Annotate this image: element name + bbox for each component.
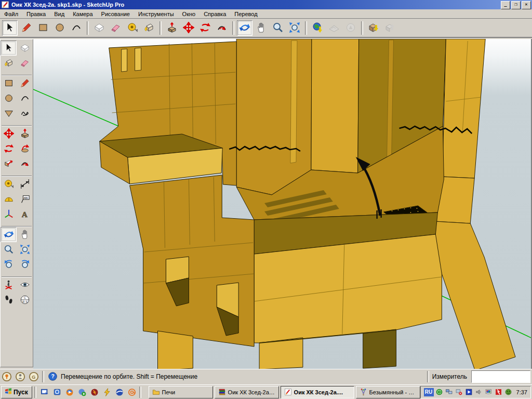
text-tool-button[interactable]: ABC: [17, 192, 33, 207]
tray-av-icon[interactable]: [495, 388, 503, 396]
share-models-tool-button[interactable]: [382, 20, 398, 36]
pan-tool-button[interactable]: [17, 227, 33, 242]
zoom-previous-tool-button[interactable]: [1, 257, 17, 272]
line-icon: [21, 22, 32, 34]
menu-окно[interactable]: Окно: [178, 10, 200, 18]
zoom-next-tool-button[interactable]: [17, 257, 33, 272]
zoom-extents-tool-button[interactable]: [17, 242, 33, 257]
orbit-tool-button[interactable]: [237, 20, 252, 36]
rectangle-tool-button[interactable]: [1, 76, 17, 91]
geo-pin-icon[interactable]: [2, 371, 12, 382]
ql-browser-icon[interactable]: [114, 387, 125, 397]
svg-text:G: G: [32, 374, 35, 379]
taskbar-task-4[interactable]: Безымянный - Paint: [356, 386, 420, 398]
ql-winamp-icon[interactable]: [89, 387, 100, 397]
axes-tool-button[interactable]: [1, 207, 17, 222]
freehand-tool-button[interactable]: [17, 106, 33, 121]
push-pull-tool-button[interactable]: [17, 126, 33, 141]
geo-credit-icon[interactable]: G: [29, 371, 39, 382]
minimize-button[interactable]: _: [501, 1, 510, 9]
restore-button[interactable]: ❐: [511, 1, 521, 9]
taskbar-task-2[interactable]: Оик ХК 3сед-2а. ...: [215, 386, 279, 398]
select-tool-button[interactable]: [2, 20, 18, 36]
select-icon: [4, 43, 14, 54]
menu-вид[interactable]: Вид: [50, 10, 69, 18]
eraser-tool-button[interactable]: [108, 20, 124, 36]
protractor-tool-button[interactable]: [1, 192, 17, 207]
start-button[interactable]: Пуск: [1, 386, 32, 398]
tray-play-icon[interactable]: [465, 388, 473, 396]
line-tool-button[interactable]: [19, 20, 34, 36]
tape-measure-tool-button[interactable]: [125, 20, 140, 36]
push-pull-tool-button[interactable]: [164, 20, 180, 36]
paint-bucket-tool-button[interactable]: [1, 56, 17, 71]
geo-person-icon[interactable]: [15, 371, 25, 382]
paint-bucket-tool-button[interactable]: [141, 20, 157, 36]
rotate-tool-button[interactable]: [1, 141, 17, 156]
pan-tool-button[interactable]: [254, 20, 269, 36]
eraser-icon: [20, 58, 30, 69]
scale-tool-button[interactable]: [1, 156, 17, 171]
language-indicator[interactable]: RU: [424, 388, 434, 396]
eraser-tool-button[interactable]: [17, 56, 33, 71]
walk-tool-button[interactable]: [1, 292, 17, 308]
polygon-tool-button[interactable]: [1, 106, 17, 121]
measurements-input[interactable]: [471, 370, 530, 383]
tray-net-icon[interactable]: [445, 388, 454, 396]
model-viewport[interactable]: [33, 39, 532, 369]
terrain-tool-button[interactable]: [326, 20, 342, 36]
3d-text-tool-button[interactable]: A: [17, 207, 33, 222]
dimension-tool-button[interactable]: [17, 177, 33, 192]
circle-tool-button[interactable]: [52, 20, 68, 36]
offset-tool-button[interactable]: [17, 156, 33, 171]
viewport-3d-scene[interactable]: [33, 39, 531, 369]
tray-vol-icon[interactable]: [475, 388, 483, 396]
rotate-tool-button[interactable]: [197, 20, 213, 36]
arc-tool-button[interactable]: [17, 91, 33, 106]
select-tool-button[interactable]: [1, 41, 17, 56]
arc-tool-button[interactable]: [69, 20, 84, 36]
tape-measure-tool-button[interactable]: [1, 177, 17, 192]
tray-disp-icon[interactable]: [485, 388, 493, 396]
menu-правка[interactable]: Правка: [22, 10, 50, 18]
move-tool-button[interactable]: [1, 126, 17, 141]
zoom-extents-tool-button[interactable]: [287, 20, 302, 36]
get-models-tool-button[interactable]: [366, 20, 381, 36]
ql-play-icon[interactable]: [77, 387, 87, 397]
menu-рисование[interactable]: Рисование: [97, 10, 134, 18]
ql-lightning-icon[interactable]: [102, 387, 112, 397]
look-around-tool-button[interactable]: [17, 277, 33, 292]
taskbar-task-3[interactable]: Оик ХК 3сед-2а....: [281, 386, 354, 398]
taskbar-task-1[interactable]: Печи: [149, 386, 213, 398]
ql-mail-icon[interactable]: [127, 387, 137, 397]
ql-wmp-icon[interactable]: [64, 387, 75, 397]
menu-файл[interactable]: Файл: [0, 10, 22, 18]
make-component-tool-button[interactable]: [91, 20, 107, 36]
rectangle-tool-button[interactable]: [35, 20, 51, 36]
make-component-tool-button[interactable]: [17, 41, 33, 56]
menu-справка[interactable]: Справка: [200, 10, 230, 18]
orbit-tool-button[interactable]: [1, 227, 17, 242]
move-tool-button[interactable]: [181, 20, 196, 36]
zoom-tool-button[interactable]: [270, 20, 286, 36]
ql-desktop-icon[interactable]: [39, 387, 50, 397]
close-button[interactable]: ✕: [522, 1, 531, 9]
menu-перевод[interactable]: Перевод: [230, 10, 261, 18]
help-icon[interactable]: ?: [47, 371, 58, 382]
follow-me-tool-button[interactable]: [17, 141, 33, 156]
menu-камера[interactable]: Камера: [69, 10, 97, 18]
zoom-tool-button[interactable]: [1, 242, 17, 257]
place-model-tool-button[interactable]: [343, 20, 358, 36]
paint-icon: [360, 388, 367, 396]
tray-dm-icon[interactable]: [435, 388, 444, 396]
ql-ie-icon[interactable]: [52, 387, 62, 397]
google-earth-tool-button[interactable]: [310, 20, 325, 36]
line-tool-button[interactable]: [17, 76, 33, 91]
circle-tool-button[interactable]: [1, 91, 17, 106]
tray-guard-icon[interactable]: [504, 388, 513, 396]
tray-netoff-icon[interactable]: [455, 388, 463, 396]
section-plane-tool-button[interactable]: CR-S: [17, 292, 33, 308]
position-camera-tool-button[interactable]: [1, 277, 17, 292]
offset-tool-button[interactable]: [214, 20, 230, 36]
menu-инструменты[interactable]: Инструменты: [134, 10, 178, 18]
